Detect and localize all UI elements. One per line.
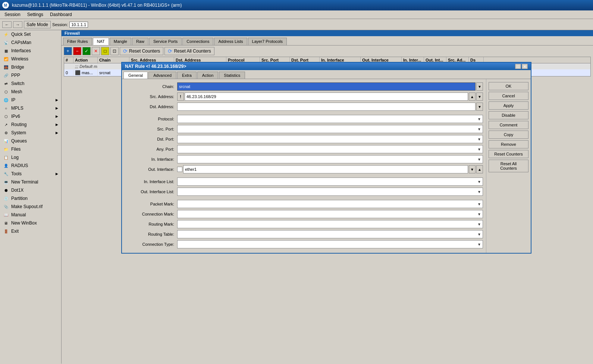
tab-mangle[interactable]: Mangle xyxy=(110,38,131,45)
safe-mode-button[interactable]: Safe Mode xyxy=(24,21,51,28)
dialog-tab-statistics[interactable]: Statistics xyxy=(219,72,245,79)
disable-button[interactable]: Disable xyxy=(489,111,528,119)
dialog-tab-advanced[interactable]: Advanced xyxy=(148,72,176,79)
sidebar-item-queues[interactable]: 📊 Queues xyxy=(0,137,61,145)
col-action-header: Action xyxy=(73,57,98,63)
chain-label: Chain: xyxy=(125,84,177,89)
routing-icon: ↗ xyxy=(3,122,9,128)
apply-button[interactable]: Apply xyxy=(489,101,528,110)
sidebar-item-tools[interactable]: 🔧 Tools ▶ xyxy=(0,170,61,178)
src-address-negate-button[interactable]: ! xyxy=(177,92,184,101)
src-port-input-container: ▼ xyxy=(177,125,483,133)
tab-connections[interactable]: Connections xyxy=(182,38,213,45)
sidebar-item-ppp[interactable]: 🔗 PPP xyxy=(0,71,61,79)
sidebar-item-partition[interactable]: 💿 Partition xyxy=(0,194,61,203)
ip-arrow-icon: ▶ xyxy=(56,98,58,102)
dialog-minimize-button[interactable]: □ xyxy=(515,64,521,69)
sidebar-item-capsman[interactable]: 📡 CAPsMan xyxy=(0,38,61,47)
sidebar-item-bridge[interactable]: 🌉 Bridge xyxy=(0,63,61,71)
sidebar-item-ip[interactable]: 🌐 IP ▶ xyxy=(0,96,61,104)
menu-session[interactable]: Session xyxy=(1,11,23,18)
out-interface-dropdown-btn[interactable]: ▼ xyxy=(469,165,476,173)
dialog-close-button[interactable]: ✕ xyxy=(522,64,528,69)
sidebar-item-new-winbox[interactable]: 🖥 New WinBox xyxy=(0,219,61,227)
radius-icon: 👤 xyxy=(3,163,9,169)
src-port-dropdown[interactable]: ▼ xyxy=(177,125,483,133)
routing-table-dropdown[interactable]: ▼ xyxy=(177,230,483,238)
in-interface-list-dropdown[interactable]: ▼ xyxy=(177,178,483,186)
reset-all-counters-button[interactable]: ⟳ Reset All Counters xyxy=(164,47,214,55)
ok-button[interactable]: OK xyxy=(489,82,528,90)
connection-mark-dropdown[interactable]: ▼ xyxy=(177,210,483,218)
packet-mark-dropdown[interactable]: ▼ xyxy=(177,200,483,208)
out-interface-list-dropdown[interactable]: ▼ xyxy=(177,188,483,196)
routing-mark-dropdown[interactable]: ▼ xyxy=(177,220,483,228)
sidebar-item-quick-set[interactable]: ⚡ Quick Set xyxy=(0,30,61,38)
dialog-tab-general[interactable]: General xyxy=(123,72,148,79)
add-rule-button[interactable]: + xyxy=(64,47,72,55)
dst-address-down-btn[interactable]: ▼ xyxy=(476,103,483,111)
sidebar-item-system[interactable]: ⚙ System ▶ xyxy=(0,129,61,137)
sidebar-item-log[interactable]: 📋 Log xyxy=(0,153,61,161)
back-button[interactable]: ← xyxy=(2,21,12,28)
tab-filter-rules[interactable]: Filter Rules xyxy=(63,38,92,45)
tab-raw[interactable]: Raw xyxy=(132,38,148,45)
sidebar-item-wireless[interactable]: 📶 Wireless xyxy=(0,55,61,63)
out-interface-checkbox[interactable] xyxy=(177,167,182,172)
routing-mark-input-container: ▼ xyxy=(177,220,483,228)
out-interface-input[interactable] xyxy=(183,165,468,173)
protocol-dropdown[interactable]: ▼ xyxy=(177,115,483,123)
sidebar-item-manual[interactable]: 📖 Manual xyxy=(0,211,61,219)
src-address-down-btn[interactable]: ▼ xyxy=(476,92,483,101)
sidebar-item-mpls[interactable]: ○ MPLS ▶ xyxy=(0,104,61,112)
dst-address-input[interactable] xyxy=(177,103,476,111)
sidebar-item-new-terminal[interactable]: 💻 New Terminal xyxy=(0,178,61,186)
in-interface-dropdown[interactable]: ▼ xyxy=(177,155,483,163)
dst-port-dropdown[interactable]: ▼ xyxy=(177,135,483,143)
enable-rule-button[interactable]: ✓ xyxy=(82,47,91,55)
disable-rule-button[interactable]: ✕ xyxy=(92,47,100,55)
sidebar-item-dot1x[interactable]: ⬢ Dot1X xyxy=(0,186,61,194)
routing-table-arrow-icon: ▼ xyxy=(477,232,481,236)
src-address-input[interactable] xyxy=(185,92,468,101)
sidebar-item-switch[interactable]: ⇄ Switch xyxy=(0,79,61,88)
sidebar-item-mesh[interactable]: ⬡ Mesh xyxy=(0,88,61,96)
sidebar-item-radius[interactable]: 👤 RADIUS xyxy=(0,161,61,170)
tab-service-ports[interactable]: Service Ports xyxy=(149,38,182,45)
tab-nat[interactable]: NAT xyxy=(93,38,109,45)
any-port-dropdown[interactable]: ▼ xyxy=(177,145,483,153)
sidebar-item-exit[interactable]: 🚪 Exit xyxy=(0,227,61,235)
col-hash-header: # xyxy=(64,57,73,63)
sidebar-item-files[interactable]: 📁 Files xyxy=(0,145,61,153)
out-interface-up-btn[interactable]: ▲ xyxy=(476,165,483,173)
dialog-tab-action[interactable]: Action xyxy=(197,72,219,79)
remove-rule-button[interactable]: − xyxy=(73,47,81,55)
reset-counters-button[interactable]: ⟳ Reset Counters xyxy=(120,47,163,55)
chain-input[interactable] xyxy=(177,82,476,91)
filter-button[interactable]: ⊡ xyxy=(110,47,119,55)
connection-type-dropdown[interactable]: ▼ xyxy=(177,240,483,248)
reset-counters-button[interactable]: Reset Counters xyxy=(489,150,528,158)
menu-dashboard[interactable]: Dashboard xyxy=(47,11,75,18)
tab-address-lists[interactable]: Address Lists xyxy=(214,38,247,45)
copy-button[interactable]: Copy xyxy=(489,131,528,139)
chain-dropdown-btn[interactable]: ▼ xyxy=(476,82,483,91)
dialog-tab-extra[interactable]: Extra xyxy=(177,72,197,79)
src-address-up-btn[interactable]: ▲ xyxy=(469,92,476,101)
sidebar-item-routing[interactable]: ↗ Routing ▶ xyxy=(0,120,61,129)
sidebar-item-ipv6[interactable]: ⬡ IPv6 ▶ xyxy=(0,112,61,120)
sidebar-item-make-supout[interactable]: 📎 Make Supout.rif xyxy=(0,203,61,211)
title-bar: M kazuma@10.1.1.1 (MikroTik-RB4011) - Wi… xyxy=(0,0,593,10)
reset-all-counters-button[interactable]: Reset All Counters xyxy=(489,160,528,172)
tab-layer7[interactable]: Layer7 Protocols xyxy=(248,38,287,45)
row-hash: 0 xyxy=(64,70,73,76)
menu-settings[interactable]: Settings xyxy=(24,11,46,18)
out-interface-list-row: Out. Interface List: ▼ xyxy=(125,187,483,196)
dst-port-label: Dst. Port: xyxy=(125,137,177,141)
remove-button[interactable]: Remove xyxy=(489,140,528,148)
clone-rule-button[interactable]: □ xyxy=(101,47,109,55)
sidebar-item-interfaces[interactable]: ▦ Interfaces xyxy=(0,47,61,55)
comment-button[interactable]: Comment xyxy=(489,121,528,129)
cancel-button[interactable]: Cancel xyxy=(489,92,528,100)
forward-button[interactable]: → xyxy=(13,21,22,28)
